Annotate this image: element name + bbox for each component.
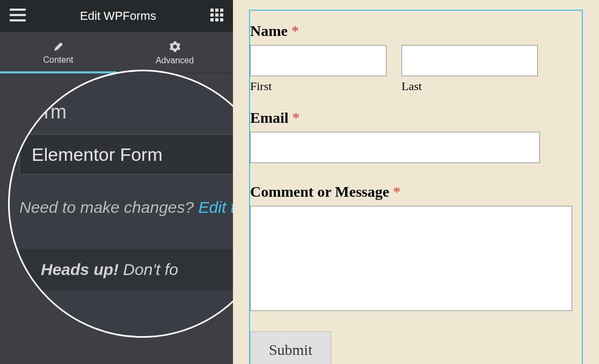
tab-content-label: Content [43,55,73,65]
panel-tabs: Content Advanced [0,32,233,73]
first-name-input[interactable] [250,45,386,76]
apps-grid-icon[interactable] [210,9,223,24]
svg-rect-11 [220,18,223,21]
tab-content[interactable]: Content [0,32,116,73]
svg-rect-10 [215,18,218,21]
svg-rect-2 [10,19,26,21]
message-textarea[interactable] [250,206,572,311]
tab-advanced-label: Advanced [156,56,194,65]
submit-button[interactable]: Submit [250,331,331,364]
svg-rect-0 [10,9,26,11]
wpforms-widget[interactable]: Name * First Last Email * Comment or Mes… [249,10,583,364]
first-name-sublabel: First [250,79,386,93]
svg-rect-3 [210,9,214,12]
last-name-sublabel: Last [401,79,538,93]
svg-rect-4 [215,9,218,12]
name-label: Name * [250,23,572,40]
svg-rect-1 [10,14,26,16]
sidebar-topbar: Edit WPForms [0,0,233,32]
svg-rect-7 [215,13,218,17]
last-name-input[interactable] [401,45,538,76]
edit-form-link[interactable]: Edit th [199,198,233,216]
email-input[interactable] [250,132,540,163]
canvas-preview: Name * First Last Email * Comment or Mes… [233,0,599,364]
form-select[interactable]: Elementor Form [19,134,233,175]
svg-rect-5 [220,9,223,12]
tab-advanced[interactable]: Advanced [116,32,233,73]
svg-rect-8 [220,13,223,17]
form-select-value: Elementor Form [32,144,163,165]
email-label: Email * [250,109,572,127]
gear-icon [169,41,181,53]
help-text: Need to make changes? Edit th [19,198,233,217]
pencil-icon [53,41,64,52]
heads-up-notice: Heads up! Don't fo [19,249,233,291]
elementor-sidebar: Edit WPForms Content Advanced orm Form [0,0,233,364]
svg-rect-6 [210,13,214,17]
form-select-label: Form [21,101,233,123]
svg-rect-9 [210,18,214,21]
message-label: Comment or Message * [250,183,572,200]
panel-title: Edit WPForms [80,9,156,23]
menu-icon[interactable] [10,9,26,24]
magnifier-overlay: orm Form Elementor Form Need to make cha… [8,70,233,338]
